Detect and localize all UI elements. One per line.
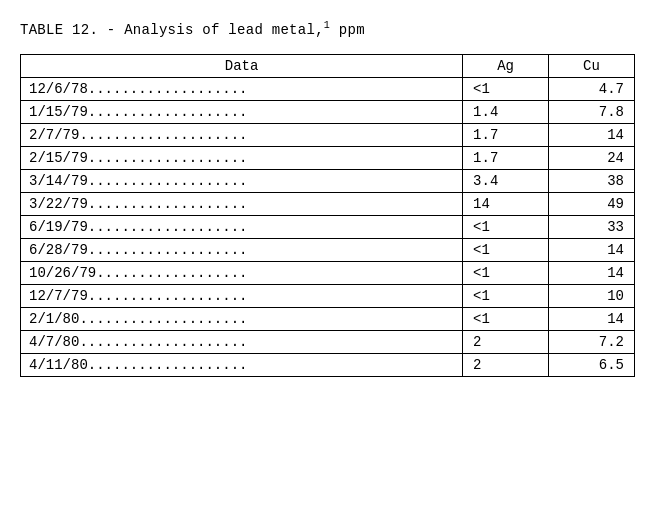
table-row: 2/7/79....................1.714 <box>21 123 635 146</box>
table-row: 3/22/79...................1449 <box>21 192 635 215</box>
table-row: 12/7/79...................<110 <box>21 284 635 307</box>
table-row: 6/28/79...................<114 <box>21 238 635 261</box>
cell-ag: <1 <box>463 215 549 238</box>
cell-ag: <1 <box>463 261 549 284</box>
header-ag: Ag <box>463 54 549 77</box>
cell-cu: 14 <box>549 123 635 146</box>
table-row: 4/7/80....................27.2 <box>21 330 635 353</box>
table-row: 6/19/79...................<133 <box>21 215 635 238</box>
cell-ag: <1 <box>463 238 549 261</box>
cell-ag: 3.4 <box>463 169 549 192</box>
cell-cu: 14 <box>549 238 635 261</box>
cell-ag: <1 <box>463 307 549 330</box>
table-row: 3/14/79...................3.438 <box>21 169 635 192</box>
cell-date: 6/28/79................... <box>21 238 463 261</box>
cell-cu: 4.7 <box>549 77 635 100</box>
cell-date: 10/26/79.................. <box>21 261 463 284</box>
table-row: 10/26/79..................<114 <box>21 261 635 284</box>
cell-ag: <1 <box>463 284 549 307</box>
cell-ag: 1.7 <box>463 146 549 169</box>
cell-date: 12/6/78................... <box>21 77 463 100</box>
cell-date: 6/19/79................... <box>21 215 463 238</box>
cell-ag: 1.7 <box>463 123 549 146</box>
cell-cu: 49 <box>549 192 635 215</box>
cell-cu: 33 <box>549 215 635 238</box>
cell-cu: 24 <box>549 146 635 169</box>
title-suffix: ppm <box>330 22 365 38</box>
cell-date: 3/22/79................... <box>21 192 463 215</box>
cell-ag: 2 <box>463 330 549 353</box>
cell-cu: 7.2 <box>549 330 635 353</box>
cell-date: 4/7/80.................... <box>21 330 463 353</box>
cell-date: 2/1/80.................... <box>21 307 463 330</box>
table-row: 1/15/79...................1.47.8 <box>21 100 635 123</box>
analysis-table: Data Ag Cu 12/6/78...................<14… <box>20 54 635 377</box>
cell-cu: 14 <box>549 261 635 284</box>
cell-date: 2/15/79................... <box>21 146 463 169</box>
table-header-row: Data Ag Cu <box>21 54 635 77</box>
table-row: 12/6/78...................<14.7 <box>21 77 635 100</box>
header-data: Data <box>21 54 463 77</box>
cell-cu: 38 <box>549 169 635 192</box>
table-row: 2/1/80....................<114 <box>21 307 635 330</box>
cell-cu: 7.8 <box>549 100 635 123</box>
cell-ag: <1 <box>463 77 549 100</box>
cell-date: 2/7/79.................... <box>21 123 463 146</box>
cell-date: 1/15/79................... <box>21 100 463 123</box>
cell-ag: 14 <box>463 192 549 215</box>
title-prefix: TABLE 12. - Analysis of lead metal, <box>20 22 324 38</box>
cell-cu: 10 <box>549 284 635 307</box>
cell-date: 12/7/79................... <box>21 284 463 307</box>
table-row: 4/11/80...................26.5 <box>21 353 635 376</box>
page-title: TABLE 12. - Analysis of lead metal,1 ppm <box>20 20 635 38</box>
cell-date: 4/11/80................... <box>21 353 463 376</box>
cell-cu: 6.5 <box>549 353 635 376</box>
table-row: 2/15/79...................1.724 <box>21 146 635 169</box>
cell-ag: 2 <box>463 353 549 376</box>
header-cu: Cu <box>549 54 635 77</box>
cell-ag: 1.4 <box>463 100 549 123</box>
cell-cu: 14 <box>549 307 635 330</box>
cell-date: 3/14/79................... <box>21 169 463 192</box>
